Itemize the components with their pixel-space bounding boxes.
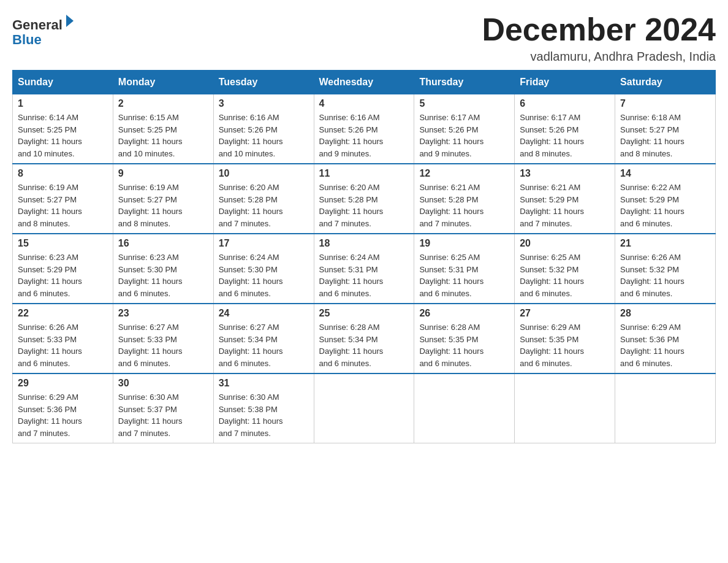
title-block: December 2024 vadlamuru, Andhra Pradesh,… [482,12,716,64]
day-cell: 15 Sunrise: 6:23 AM Sunset: 5:29 PM Dayl… [13,234,113,304]
day-number: 8 [18,168,108,179]
day-info: Sunrise: 6:28 AM Sunset: 5:35 PM Dayligh… [419,321,509,369]
day-cell: 21 Sunrise: 6:26 AM Sunset: 5:32 PM Dayl… [615,234,716,304]
day-cell: 12 Sunrise: 6:21 AM Sunset: 5:28 PM Dayl… [414,164,515,234]
day-cell: 17 Sunrise: 6:24 AM Sunset: 5:30 PM Dayl… [213,234,314,304]
day-info: Sunrise: 6:26 AM Sunset: 5:32 PM Dayligh… [620,251,710,299]
day-info: Sunrise: 6:23 AM Sunset: 5:30 PM Dayligh… [118,251,208,299]
calendar-table: SundayMondayTuesdayWednesdayThursdayFrid… [12,70,716,443]
day-cell: 10 Sunrise: 6:20 AM Sunset: 5:28 PM Dayl… [213,164,314,234]
day-info: Sunrise: 6:29 AM Sunset: 5:36 PM Dayligh… [18,391,108,439]
day-number: 13 [520,168,610,179]
day-cell [314,373,414,443]
header-sunday: Sunday [13,71,113,94]
logo-svg: General Blue [12,12,74,52]
day-cell: 11 Sunrise: 6:20 AM Sunset: 5:28 PM Dayl… [314,164,414,234]
week-row-1: 1 Sunrise: 6:14 AM Sunset: 5:25 PM Dayli… [13,94,716,164]
week-row-5: 29 Sunrise: 6:29 AM Sunset: 5:36 PM Dayl… [13,373,716,443]
day-number: 21 [620,238,710,249]
week-row-2: 8 Sunrise: 6:19 AM Sunset: 5:27 PM Dayli… [13,164,716,234]
day-info: Sunrise: 6:30 AM Sunset: 5:38 PM Dayligh… [219,391,309,439]
day-info: Sunrise: 6:27 AM Sunset: 5:34 PM Dayligh… [219,321,309,369]
day-cell: 6 Sunrise: 6:17 AM Sunset: 5:26 PM Dayli… [515,94,615,164]
day-info: Sunrise: 6:14 AM Sunset: 5:25 PM Dayligh… [18,112,108,159]
logo: General Blue [12,12,74,52]
day-info: Sunrise: 6:17 AM Sunset: 5:26 PM Dayligh… [419,112,509,159]
day-info: Sunrise: 6:30 AM Sunset: 5:37 PM Dayligh… [118,391,208,439]
day-cell: 19 Sunrise: 6:25 AM Sunset: 5:31 PM Dayl… [414,234,515,304]
day-info: Sunrise: 6:18 AM Sunset: 5:27 PM Dayligh… [620,112,710,159]
day-cell: 13 Sunrise: 6:21 AM Sunset: 5:29 PM Dayl… [515,164,615,234]
day-number: 30 [118,378,208,389]
month-year: December 2024 [482,12,716,47]
day-cell: 25 Sunrise: 6:28 AM Sunset: 5:34 PM Dayl… [314,304,414,373]
day-cell: 14 Sunrise: 6:22 AM Sunset: 5:29 PM Dayl… [615,164,716,234]
day-info: Sunrise: 6:29 AM Sunset: 5:35 PM Dayligh… [520,321,610,369]
day-number: 20 [520,238,610,249]
day-cell: 9 Sunrise: 6:19 AM Sunset: 5:27 PM Dayli… [113,164,213,234]
day-number: 26 [419,308,509,319]
svg-text:General: General [12,17,63,33]
day-cell: 28 Sunrise: 6:29 AM Sunset: 5:36 PM Dayl… [615,304,716,373]
day-number: 6 [520,98,610,109]
day-info: Sunrise: 6:24 AM Sunset: 5:31 PM Dayligh… [319,251,409,299]
day-info: Sunrise: 6:25 AM Sunset: 5:31 PM Dayligh… [419,251,509,299]
day-number: 18 [319,238,409,249]
day-cell: 23 Sunrise: 6:27 AM Sunset: 5:33 PM Dayl… [113,304,213,373]
day-number: 27 [520,308,610,319]
day-number: 23 [118,308,208,319]
day-cell: 22 Sunrise: 6:26 AM Sunset: 5:33 PM Dayl… [13,304,113,373]
day-number: 2 [118,98,208,109]
day-info: Sunrise: 6:19 AM Sunset: 5:27 PM Dayligh… [118,182,208,229]
day-cell: 1 Sunrise: 6:14 AM Sunset: 5:25 PM Dayli… [13,94,113,164]
day-number: 31 [219,378,309,389]
day-info: Sunrise: 6:22 AM Sunset: 5:29 PM Dayligh… [620,182,710,229]
day-number: 11 [319,168,409,179]
day-info: Sunrise: 6:24 AM Sunset: 5:30 PM Dayligh… [219,251,309,299]
header-monday: Monday [113,71,213,94]
day-cell [515,373,615,443]
day-number: 16 [118,238,208,249]
day-info: Sunrise: 6:16 AM Sunset: 5:26 PM Dayligh… [319,112,409,159]
day-cell: 29 Sunrise: 6:29 AM Sunset: 5:36 PM Dayl… [13,373,113,443]
svg-marker-1 [66,15,74,27]
day-number: 25 [319,308,409,319]
day-info: Sunrise: 6:26 AM Sunset: 5:33 PM Dayligh… [18,321,108,369]
day-number: 9 [118,168,208,179]
day-info: Sunrise: 6:20 AM Sunset: 5:28 PM Dayligh… [319,182,409,229]
day-number: 3 [219,98,309,109]
day-cell: 26 Sunrise: 6:28 AM Sunset: 5:35 PM Dayl… [414,304,515,373]
week-row-4: 22 Sunrise: 6:26 AM Sunset: 5:33 PM Dayl… [13,304,716,373]
header-row: SundayMondayTuesdayWednesdayThursdayFrid… [13,71,716,94]
day-number: 28 [620,308,710,319]
day-cell: 5 Sunrise: 6:17 AM Sunset: 5:26 PM Dayli… [414,94,515,164]
day-cell: 7 Sunrise: 6:18 AM Sunset: 5:27 PM Dayli… [615,94,716,164]
day-number: 5 [419,98,509,109]
header-friday: Friday [515,71,615,94]
day-number: 1 [18,98,108,109]
day-cell: 20 Sunrise: 6:25 AM Sunset: 5:32 PM Dayl… [515,234,615,304]
day-number: 22 [18,308,108,319]
day-number: 7 [620,98,710,109]
day-info: Sunrise: 6:21 AM Sunset: 5:28 PM Dayligh… [419,182,509,229]
day-info: Sunrise: 6:23 AM Sunset: 5:29 PM Dayligh… [18,251,108,299]
day-cell: 3 Sunrise: 6:16 AM Sunset: 5:26 PM Dayli… [213,94,314,164]
day-cell: 27 Sunrise: 6:29 AM Sunset: 5:35 PM Dayl… [515,304,615,373]
day-info: Sunrise: 6:16 AM Sunset: 5:26 PM Dayligh… [219,112,309,159]
day-number: 17 [219,238,309,249]
day-cell: 18 Sunrise: 6:24 AM Sunset: 5:31 PM Dayl… [314,234,414,304]
day-number: 15 [18,238,108,249]
day-cell: 8 Sunrise: 6:19 AM Sunset: 5:27 PM Dayli… [13,164,113,234]
location: vadlamuru, Andhra Pradesh, India [482,50,716,64]
header-thursday: Thursday [414,71,515,94]
day-info: Sunrise: 6:25 AM Sunset: 5:32 PM Dayligh… [520,251,610,299]
day-cell [615,373,716,443]
day-info: Sunrise: 6:20 AM Sunset: 5:28 PM Dayligh… [219,182,309,229]
day-cell: 4 Sunrise: 6:16 AM Sunset: 5:26 PM Dayli… [314,94,414,164]
day-info: Sunrise: 6:15 AM Sunset: 5:25 PM Dayligh… [118,112,208,159]
svg-text:Blue: Blue [12,32,42,47]
day-number: 4 [319,98,409,109]
day-cell: 2 Sunrise: 6:15 AM Sunset: 5:25 PM Dayli… [113,94,213,164]
day-number: 24 [219,308,309,319]
week-row-3: 15 Sunrise: 6:23 AM Sunset: 5:29 PM Dayl… [13,234,716,304]
